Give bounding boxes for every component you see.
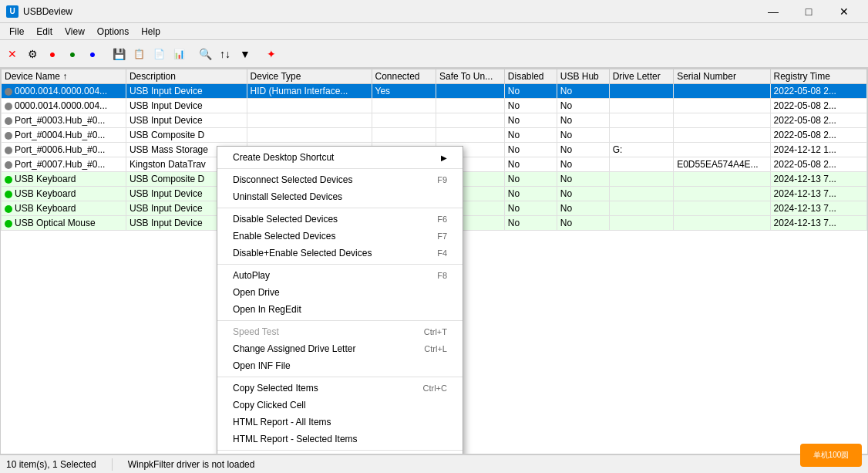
table-cell: No xyxy=(557,187,609,201)
cm-label: Copy Selected Items xyxy=(233,383,318,394)
window-controls: — □ ✕ xyxy=(755,0,862,23)
col-name[interactable]: Device Name ↑ xyxy=(2,69,126,84)
table-cell: USB Input Device xyxy=(126,113,247,128)
table-cell xyxy=(436,128,505,143)
table-row[interactable]: 0000.0014.0000.004...USB Input DeviceNoN… xyxy=(2,99,867,113)
tb-copy1[interactable]: 📋 xyxy=(130,45,148,63)
col-type[interactable]: Device Type xyxy=(247,69,372,84)
tb-play[interactable]: ● xyxy=(63,45,82,63)
table-cell: No xyxy=(557,157,609,172)
table-cell xyxy=(674,99,770,113)
table-cell: 2024-12-12 1... xyxy=(770,143,866,157)
cm-item[interactable]: HTML Report - Selected Items xyxy=(217,431,463,448)
col-safe[interactable]: Safe To Un... xyxy=(436,69,505,84)
minimize-button[interactable]: — xyxy=(755,0,791,23)
col-desc[interactable]: Description xyxy=(126,69,247,84)
table-cell: HID (Human Interface... xyxy=(247,84,372,99)
watermark: 单机100圆 xyxy=(800,444,862,467)
cm-item[interactable]: Change Assigned Drive LetterCtrl+L xyxy=(217,340,463,357)
table-cell: 2022-05-08 2... xyxy=(770,84,866,99)
cm-label: Disable+Enable Selected Devices xyxy=(233,248,372,258)
table-cell xyxy=(674,172,770,187)
table-cell: USB Input Device xyxy=(126,84,247,99)
cm-item[interactable]: Disable+Enable Selected DevicesF4 xyxy=(217,245,463,262)
table-cell xyxy=(247,128,372,143)
cm-item[interactable]: AutoPlayF8 xyxy=(217,267,463,284)
cm-item[interactable]: Enable Selected DevicesF7 xyxy=(217,228,463,245)
col-drive[interactable]: Drive Letter xyxy=(609,69,674,84)
table-row[interactable]: Port_#0003.Hub_#0...USB Input DeviceNoNo… xyxy=(2,113,867,128)
table-cell: No xyxy=(504,172,557,187)
table-cell: 2024-12-13 7... xyxy=(770,216,866,231)
tb-delete[interactable]: ✕ xyxy=(3,45,22,63)
menu-help[interactable]: Help xyxy=(135,25,167,39)
table-cell xyxy=(247,99,372,113)
tb-stop[interactable]: ● xyxy=(43,45,62,63)
tb-refresh[interactable]: ✦ xyxy=(262,45,281,63)
table-cell: Port_#0004.Hub_#0... xyxy=(2,128,126,143)
tb-settings[interactable]: ⚙ xyxy=(23,45,42,63)
table-cell: USB Keyboard xyxy=(2,201,126,216)
table-cell: No xyxy=(557,172,609,187)
menu-file[interactable]: File xyxy=(3,25,30,39)
col-connected[interactable]: Connected xyxy=(372,69,436,84)
cm-shortcut: Ctrl+C xyxy=(423,383,447,393)
tb-report[interactable]: 📊 xyxy=(170,45,188,63)
cm-arrow-icon: ▶ xyxy=(441,154,447,162)
cm-item[interactable]: Copy Clicked Cell xyxy=(217,397,463,414)
cm-item[interactable]: Disable Selected DevicesF6 xyxy=(217,211,463,228)
table-cell: No xyxy=(504,128,557,143)
table-cell: 2022-05-08 2... xyxy=(770,157,866,172)
cm-label: HTML Report - All Items xyxy=(233,417,331,427)
tb-sort[interactable]: ↑↓ xyxy=(216,45,234,63)
table-cell: Port_#0006.Hub_#0... xyxy=(2,143,126,157)
tb-copy2[interactable]: 📄 xyxy=(150,45,168,63)
table-cell: Yes xyxy=(372,84,436,99)
col-registry[interactable]: Registry Time xyxy=(770,69,866,84)
table-row[interactable]: 0000.0014.0000.004...USB Input DeviceHID… xyxy=(2,84,867,99)
tb-filter[interactable]: ▼ xyxy=(236,45,254,63)
table-header-row: Device Name ↑ Description Device Type Co… xyxy=(2,69,867,84)
table-cell xyxy=(372,113,436,128)
cm-item[interactable]: Create Desktop Shortcut▶ xyxy=(217,149,463,166)
menu-view[interactable]: View xyxy=(59,25,91,39)
table-cell: USB Optical Mouse xyxy=(2,216,126,231)
table-cell xyxy=(674,143,770,157)
table-cell xyxy=(609,128,674,143)
table-row[interactable]: Port_#0004.Hub_#0...USB Composite DNoNo2… xyxy=(2,128,867,143)
cm-shortcut: F7 xyxy=(437,231,447,241)
cm-separator xyxy=(217,264,463,265)
close-button[interactable]: ✕ xyxy=(826,0,862,23)
cm-item[interactable]: Open In RegEdit xyxy=(217,301,463,318)
cm-item[interactable]: Open Drive xyxy=(217,284,463,301)
col-hub[interactable]: USB Hub xyxy=(557,69,609,84)
tb-search[interactable]: 🔍 xyxy=(196,45,214,63)
table-cell: G: xyxy=(609,143,674,157)
table-cell: No xyxy=(557,128,609,143)
table-cell xyxy=(609,99,674,113)
col-serial[interactable]: Serial Number xyxy=(674,69,770,84)
maximize-button[interactable]: □ xyxy=(791,0,826,23)
table-cell xyxy=(674,113,770,128)
table-cell xyxy=(609,172,674,187)
cm-shortcut: Ctrl+L xyxy=(424,344,447,353)
table-cell xyxy=(674,84,770,99)
cm-item[interactable]: Copy Selected ItemsCtrl+C xyxy=(217,380,463,397)
tb-save[interactable]: 💾 xyxy=(109,45,128,63)
table-cell xyxy=(674,201,770,216)
menu-edit[interactable]: Edit xyxy=(30,25,59,39)
cm-item[interactable]: HTML Report - All Items xyxy=(217,414,463,431)
table-cell xyxy=(674,216,770,231)
cm-item[interactable]: Choose Columns xyxy=(217,453,463,454)
col-disabled[interactable]: Disabled xyxy=(504,69,557,84)
table-cell: No xyxy=(504,113,557,128)
table-cell xyxy=(372,128,436,143)
cm-item[interactable]: Uninstall Selected Devices xyxy=(217,188,463,205)
menu-options[interactable]: Options xyxy=(91,25,135,39)
cm-item[interactable]: Open INF File xyxy=(217,357,463,374)
cm-item[interactable]: Disconnect Selected DevicesF9 xyxy=(217,171,463,188)
status-divider xyxy=(112,458,113,471)
table-cell: No xyxy=(557,99,609,113)
table-cell xyxy=(247,113,372,128)
tb-info[interactable]: ● xyxy=(83,45,102,63)
